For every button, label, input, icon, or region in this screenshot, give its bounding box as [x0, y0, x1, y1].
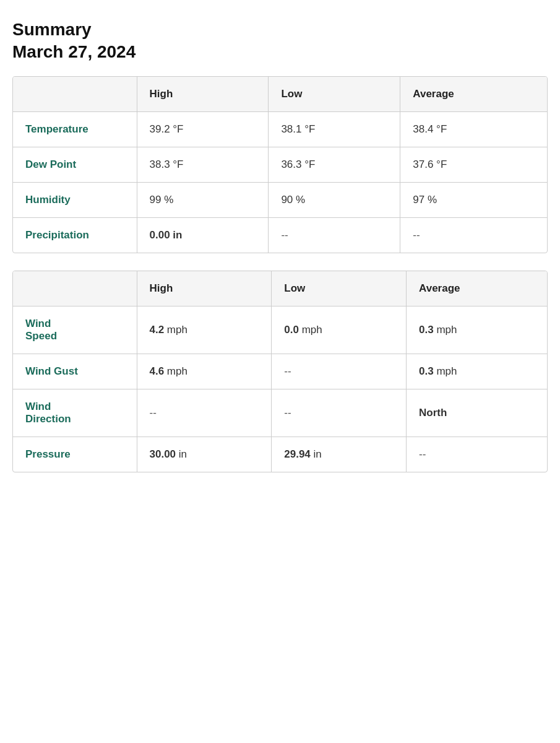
table2-header-row: High Low Average	[13, 271, 547, 306]
winddirection-low: --	[272, 389, 407, 437]
dewpoint-high: 38.3 °F	[137, 147, 269, 182]
row-label-pressure: Pressure	[13, 437, 137, 472]
title-line1: Summary	[12, 20, 92, 39]
table-row: Wind Gust 4.6 mph -- 0.3 mph	[13, 354, 547, 389]
pressure-average: --	[407, 437, 547, 472]
page-title: Summary March 27, 2024	[12, 19, 548, 64]
windspeed-high: 4.2 mph	[137, 306, 272, 354]
windgust-low: --	[272, 354, 407, 389]
row-label-windgust: Wind Gust	[13, 354, 137, 389]
temperature-average: 38.4 °F	[400, 111, 547, 147]
title-line2: March 27, 2024	[12, 42, 136, 61]
windspeed-low: 0.0 mph	[272, 306, 407, 354]
table-row: WindSpeed 4.2 mph 0.0 mph 0.3 mph	[13, 306, 547, 354]
precipitation-low: --	[269, 217, 400, 253]
row-label-winddirection: WindDirection	[13, 389, 137, 437]
windgust-high: 4.6 mph	[137, 354, 272, 389]
table-row: Dew Point 38.3 °F 36.3 °F 37.6 °F	[13, 147, 547, 182]
row-label-humidity: Humidity	[13, 182, 137, 217]
table1-col-average: Average	[400, 77, 547, 112]
table-row: Humidity 99 % 90 % 97 %	[13, 182, 547, 217]
dewpoint-average: 37.6 °F	[400, 147, 547, 182]
pressure-low: 29.94 in	[272, 437, 407, 472]
weather-table-2: High Low Average WindSpeed 4.2 mph 0.0 m…	[12, 271, 548, 472]
row-label-precipitation: Precipitation	[13, 217, 137, 253]
humidity-average: 97 %	[400, 182, 547, 217]
table-row: WindDirection -- -- North	[13, 389, 547, 437]
humidity-high: 99 %	[137, 182, 269, 217]
weather-table-1: High Low Average Temperature 39.2 °F 38.…	[12, 76, 548, 253]
table2-col-high: High	[137, 271, 272, 306]
table-row: Temperature 39.2 °F 38.1 °F 38.4 °F	[13, 111, 547, 147]
row-label-dewpoint: Dew Point	[13, 147, 137, 182]
table2-col-label	[13, 271, 137, 306]
table2-col-average: Average	[407, 271, 547, 306]
table2-col-low: Low	[272, 271, 407, 306]
table1-col-high: High	[137, 77, 269, 112]
row-label-temperature: Temperature	[13, 111, 137, 147]
row-label-windspeed: WindSpeed	[13, 306, 137, 354]
table1-col-label	[13, 77, 137, 112]
pressure-high: 30.00 in	[137, 437, 272, 472]
table-row: Precipitation 0.00 in -- --	[13, 217, 547, 253]
table1-header-row: High Low Average	[13, 77, 547, 112]
precipitation-average: --	[400, 217, 547, 253]
precipitation-high: 0.00 in	[137, 217, 269, 253]
winddirection-high: --	[137, 389, 272, 437]
dewpoint-low: 36.3 °F	[269, 147, 400, 182]
temperature-low: 38.1 °F	[269, 111, 400, 147]
table1-col-low: Low	[269, 77, 400, 112]
table-row: Pressure 30.00 in 29.94 in --	[13, 437, 547, 472]
temperature-high: 39.2 °F	[137, 111, 269, 147]
humidity-low: 90 %	[269, 182, 400, 217]
windgust-average: 0.3 mph	[407, 354, 547, 389]
windspeed-average: 0.3 mph	[407, 306, 547, 354]
winddirection-average: North	[407, 389, 547, 437]
